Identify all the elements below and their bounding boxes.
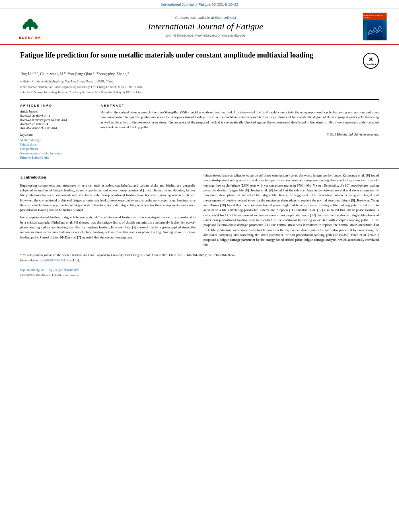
keyword-5[interactable]: Effective Poisson's ratio bbox=[20, 156, 93, 160]
author-zhongping-zhang: Zhong-ping Zhang b bbox=[96, 72, 129, 76]
email-label: E-mail address: bbox=[20, 259, 40, 262]
authors-line: Jing Li a,b,*, Chun-wang Li b, Yan-jiang… bbox=[20, 71, 379, 76]
keyword-1[interactable]: Multiaxial fatigue bbox=[20, 138, 93, 142]
author-jing-li: Jing Li a,b,* bbox=[20, 72, 38, 76]
abstract-text: Based on the critical plane approach, th… bbox=[101, 110, 379, 129]
keyword-4[interactable]: Non-proportional cyclic hardening bbox=[20, 152, 93, 155]
received-revised-date: Received in revised form 14 June 2014 bbox=[20, 118, 93, 122]
author-yanjiang-qiao: Yan-jiang Qiao c bbox=[68, 72, 95, 76]
corresponding-author-text: * Corresponding author at: The Science I… bbox=[23, 253, 236, 257]
body-right-column: (shear stress/strain amplitudes equal on… bbox=[204, 173, 379, 250]
affiliation-b: b The Science Institute, Air Force Engin… bbox=[20, 85, 379, 89]
email-author: (J. Li). bbox=[72, 259, 80, 262]
elsevier-logo bbox=[12, 14, 48, 34]
received-date: Received 26 March 2014 bbox=[20, 114, 93, 118]
journal-title: International Journal of Fatigue bbox=[52, 21, 359, 32]
body-content: 1. Introduction Engineering components a… bbox=[0, 173, 399, 250]
journal-cover-image: International Journal of Fatigue bbox=[363, 12, 387, 41]
email-link[interactable]: lijing0201f303@163.com bbox=[40, 259, 71, 262]
keywords-section: Keywords: Multiaxial fatigue Critical pl… bbox=[20, 133, 93, 160]
affiliation-c: c Air Field Service Technology Research … bbox=[20, 90, 379, 94]
intro-para-1: Engineering components and structures in… bbox=[20, 183, 195, 213]
sciencedirect-notice: Contents lists available at ScienceDirec… bbox=[52, 16, 359, 20]
history-title: Article history: bbox=[20, 110, 93, 113]
footnotes-section: * * Corresponding author at: The Science… bbox=[0, 250, 399, 267]
elsevier-label: ELSEVIER bbox=[19, 36, 41, 39]
article-info-abstract-section: ARTICLE INFO Article history: Received 2… bbox=[20, 99, 379, 160]
journal-homepage: journal homepage: www.elsevier.com/locat… bbox=[52, 33, 359, 37]
available-date: Available online 26 June 2014 bbox=[20, 126, 93, 130]
crossmark-badge[interactable]: ✕ CrossMark bbox=[363, 53, 379, 69]
footnote-star-icon: * bbox=[20, 253, 22, 257]
body-left-column: 1. Introduction Engineering components a… bbox=[20, 173, 195, 250]
doi-link[interactable]: http://dx.doi.org/10.1016/j.ijfatigue.20… bbox=[20, 268, 78, 272]
journal-header: ELSEVIER Contents lists available at Sci… bbox=[0, 8, 399, 45]
intro-para-2: For non-proportional loading, fatigue be… bbox=[20, 215, 195, 240]
cover-graphic-icon bbox=[367, 24, 383, 36]
corresponding-author-note: * * Corresponding author at: The Science… bbox=[20, 253, 379, 258]
content-divider bbox=[0, 168, 399, 169]
author-chunwang-li: Chun-wang Li b bbox=[40, 72, 66, 76]
article-info-panel: ARTICLE INFO Article history: Received 2… bbox=[20, 104, 93, 160]
svg-point-5 bbox=[34, 24, 38, 29]
article-content: Fatigue life prediction for some metalli… bbox=[0, 45, 399, 164]
elsevier-tree-icon bbox=[18, 17, 42, 31]
sciencedirect-link-text[interactable]: ScienceDirect bbox=[215, 16, 236, 20]
article-history: Article history: Received 26 March 2014 … bbox=[20, 110, 93, 130]
abstract-panel: ABSTRACT Based on the critical plane app… bbox=[101, 104, 379, 160]
svg-point-4 bbox=[23, 24, 27, 29]
crossmark-label: CrossMark bbox=[366, 63, 376, 66]
journal-citation: International Journal of Fatigue 68 (201… bbox=[161, 2, 239, 6]
keyword-2[interactable]: Critical plane bbox=[20, 143, 93, 146]
cover-label: International Journal of Fatigue bbox=[363, 14, 387, 18]
keywords-title: Keywords: bbox=[20, 133, 93, 137]
issn-line: 0142-1123/© 2014 Elsevier Ltd. All right… bbox=[0, 273, 399, 277]
abstract-heading: ABSTRACT bbox=[101, 104, 379, 107]
keyword-3[interactable]: Life prediction bbox=[20, 147, 93, 151]
journal-citation-bar: International Journal of Fatigue 68 (201… bbox=[0, 0, 399, 8]
section-1-title: 1. Introduction bbox=[20, 175, 195, 181]
copyright-notice: © 2014 Elsevier Ltd. All rights reserved… bbox=[101, 133, 379, 136]
email-note: E-mail address: lijing0201f303@163.com (… bbox=[20, 259, 379, 263]
crossmark-x-icon: ✕ bbox=[368, 56, 373, 63]
accepted-date: Accepted 17 June 2014 bbox=[20, 122, 93, 126]
article-info-heading: ARTICLE INFO bbox=[20, 104, 93, 107]
intro-para-3: (shear stress/strain amplitudes equal on… bbox=[204, 173, 379, 247]
publisher-logo-area: ELSEVIER bbox=[8, 14, 52, 39]
affiliations: a Harbin Air Force Flight Academy, Nan T… bbox=[20, 79, 379, 94]
journal-cover-area: International Journal of Fatigue bbox=[359, 12, 391, 41]
journal-title-area: Contents lists available at ScienceDirec… bbox=[52, 16, 359, 37]
doi-section: http://dx.doi.org/10.1016/j.ijfatigue.20… bbox=[0, 267, 399, 273]
affiliation-a: a Harbin Air Force Flight Academy, Nan T… bbox=[20, 79, 379, 84]
article-title: Fatigue life prediction for some metalli… bbox=[20, 51, 359, 60]
